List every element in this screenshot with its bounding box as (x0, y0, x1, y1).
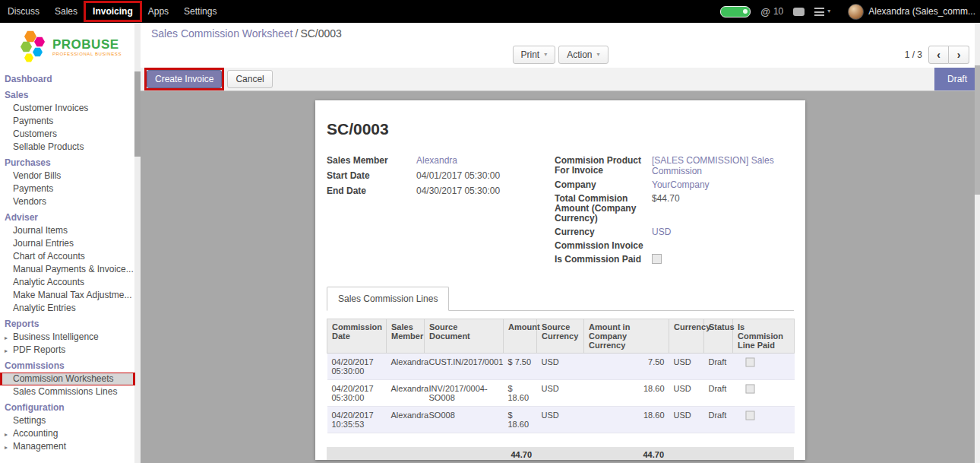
is-commission-paid-checkbox[interactable] (652, 254, 662, 264)
action-button[interactable]: Action▾ (558, 46, 608, 64)
cell-currency: USD (669, 407, 704, 433)
sidebar-item-journal-entries[interactable]: Journal Entries (0, 237, 141, 250)
hexagon-logo-icon (20, 30, 47, 65)
notebook: Sales Commission Lines Commission Date S… (327, 286, 794, 460)
line-paid-checkbox[interactable] (745, 385, 754, 394)
sidebar-section-sales[interactable]: Sales (0, 86, 141, 102)
tab-bar: Sales Commission Lines (327, 286, 794, 311)
main-scrollbar-track[interactable] (975, 23, 980, 463)
logo-title: PROBUSE (52, 38, 122, 52)
developer-tools-menu[interactable]: ▾ (814, 8, 830, 16)
sidebar-item-management[interactable]: ▸Management (0, 440, 141, 453)
col-amount[interactable]: Amount (504, 319, 537, 354)
line-paid-checkbox[interactable] (745, 358, 754, 367)
col-source-currency[interactable]: Source Currency (537, 319, 584, 354)
activities-menu[interactable]: @ 10 (760, 6, 783, 17)
chevron-right-icon: › (957, 49, 961, 61)
sidebar-section-dashboard[interactable]: Dashboard (0, 70, 141, 86)
sidebar-item-payments-sales[interactable]: Payments (0, 115, 141, 128)
sidebar-item-label: Business Intelligence (13, 331, 99, 342)
field-start-date: Start Date 04/01/2017 05:30:00 (327, 170, 555, 181)
expand-arrow-icon: ▸ (5, 346, 8, 356)
pager-next-button[interactable]: › (949, 46, 969, 64)
sidebar-item-business-intelligence[interactable]: ▸Business Intelligence (0, 331, 141, 344)
sidebar-item-chart-of-accounts[interactable]: Chart of Accounts (0, 250, 141, 263)
sidebar-item-vendor-bills[interactable]: Vendor Bills (0, 170, 141, 182)
main-area: Sales Commission Worksheet/SC/0003 Print… (141, 23, 980, 463)
total-amount-company: 44.70 (583, 447, 669, 460)
main-scrollbar-thumb[interactable] (975, 65, 980, 195)
field-sales-member: Sales Member Alexandra (327, 155, 555, 166)
topbar-menus: Discuss Sales Invoicing Apps Settings (0, 0, 224, 23)
cell-line-paid (733, 380, 795, 407)
print-button[interactable]: Print▾ (512, 46, 555, 64)
sidebar-scrollbar-thumb[interactable] (134, 71, 141, 157)
table-row[interactable]: 04/20/2017 05:30:00 Alexandra INV/2017/0… (327, 380, 795, 407)
commission-product-link[interactable]: [SALES COMMISSION] Sales Commission (652, 155, 777, 176)
cell-status: Draft (704, 354, 733, 380)
probuse-logo[interactable]: PROBUSE PROFESSIONAL BUSINESS (0, 23, 141, 70)
sales-member-link[interactable]: Alexandra (416, 155, 457, 166)
col-status[interactable]: Status (704, 319, 733, 354)
col-line-paid[interactable]: Is Commision Line Paid (733, 319, 795, 354)
menu-settings[interactable]: Settings (176, 0, 224, 23)
col-commission-date[interactable]: Commission Date (327, 319, 387, 354)
breadcrumb-parent-link[interactable]: Sales Commission Worksheet (151, 27, 292, 40)
sidebar-section-reports[interactable]: Reports (0, 315, 141, 331)
timer-progress-icon[interactable] (720, 6, 751, 17)
col-sales-member[interactable]: Sales Member (387, 319, 425, 354)
sidebar-item-analytic-accounts[interactable]: Analytic Accounts (0, 276, 141, 289)
menu-apps[interactable]: Apps (141, 0, 176, 23)
col-amount-company-currency[interactable]: Amount in Company Currency (584, 319, 669, 354)
cell-source-currency: USD (537, 407, 584, 433)
sidebar-section-purchases[interactable]: Purchases (0, 154, 141, 170)
commission-lines-table: Commission Date Sales Member Source Docu… (327, 319, 795, 433)
sidebar-item-settings[interactable]: Settings (0, 414, 141, 427)
sidebar-item-manual-tax-adjustment[interactable]: Make Manual Tax Adjustme... (0, 289, 141, 302)
caret-down-icon: ▾ (597, 52, 600, 58)
pager-previous-button[interactable]: ‹ (928, 46, 949, 64)
cancel-button[interactable]: Cancel (227, 70, 272, 88)
sidebar-item-accounting[interactable]: ▸Accounting (0, 427, 141, 440)
sidebar-item-journal-items[interactable]: Journal Items (0, 224, 141, 237)
sidebar-item-sales-commissions-lines[interactable]: Sales Commissions Lines (0, 385, 141, 398)
sidebar-item-payments-purchases[interactable]: Payments (0, 182, 141, 195)
sidebar-item-sellable-products[interactable]: Sellable Products (0, 141, 141, 154)
sidebar-item-analytic-entries[interactable]: Analytic Entries (0, 302, 141, 315)
messages-icon[interactable] (793, 8, 805, 16)
menu-sales[interactable]: Sales (47, 0, 85, 23)
cell-amount-company: 18.60 (584, 407, 669, 433)
col-source-document[interactable]: Source Document (425, 319, 504, 354)
table-row[interactable]: 04/20/2017 10:35:53 Alexandra SO008 $ 18… (327, 407, 795, 433)
table-row[interactable]: 04/20/2017 05:30:00 Alexandra CUST.IN/20… (327, 354, 795, 380)
col-currency[interactable]: Currency (669, 319, 704, 354)
sidebar-section-adviser[interactable]: Adviser (0, 208, 141, 224)
currency-link[interactable]: USD (652, 227, 671, 237)
create-invoice-label: Create Invoice (155, 74, 213, 84)
sidebar-item-pdf-reports[interactable]: ▸PDF Reports (0, 344, 141, 357)
sidebar-item-customers[interactable]: Customers (0, 128, 141, 141)
user-menu[interactable]: Alexandra (Sales_comm... (840, 0, 978, 23)
menu-discuss[interactable]: Discuss (0, 0, 47, 23)
menu-invoicing[interactable]: Invoicing (85, 0, 141, 23)
cell-amount: $ 7.50 (504, 354, 537, 380)
line-paid-checkbox[interactable] (745, 411, 754, 420)
sidebar-item-manual-payments[interactable]: Manual Payments & Invoice... (0, 263, 141, 276)
record-title: SC/0003 (327, 120, 794, 138)
sidebar-section-commissions[interactable]: Commissions (0, 357, 141, 373)
create-invoice-button[interactable]: Create Invoice (147, 70, 222, 88)
field-label: Currency (555, 227, 652, 237)
user-name: Alexandra (Sales_comm... (868, 6, 975, 17)
form-sheet: SC/0003 Sales Member Alexandra Start Dat… (315, 100, 805, 460)
sidebar-scrollbar-track[interactable] (134, 23, 141, 463)
company-link[interactable]: YourCompany (652, 179, 710, 190)
sidebar-item-vendors[interactable]: Vendors (0, 195, 141, 208)
cell-member: Alexandra (387, 354, 425, 380)
sidebar-item-commission-worksheets[interactable]: Commission Worksheets (0, 373, 141, 385)
breadcrumb-separator: / (292, 27, 300, 40)
cell-source-currency: USD (537, 354, 584, 380)
sidebar-section-configuration[interactable]: Configuration (0, 398, 141, 414)
field-label: Is Commission Paid (555, 254, 652, 265)
tab-sales-commission-lines[interactable]: Sales Commission Lines (327, 287, 449, 311)
sidebar-item-customer-invoices[interactable]: Customer Invoices (0, 102, 141, 115)
